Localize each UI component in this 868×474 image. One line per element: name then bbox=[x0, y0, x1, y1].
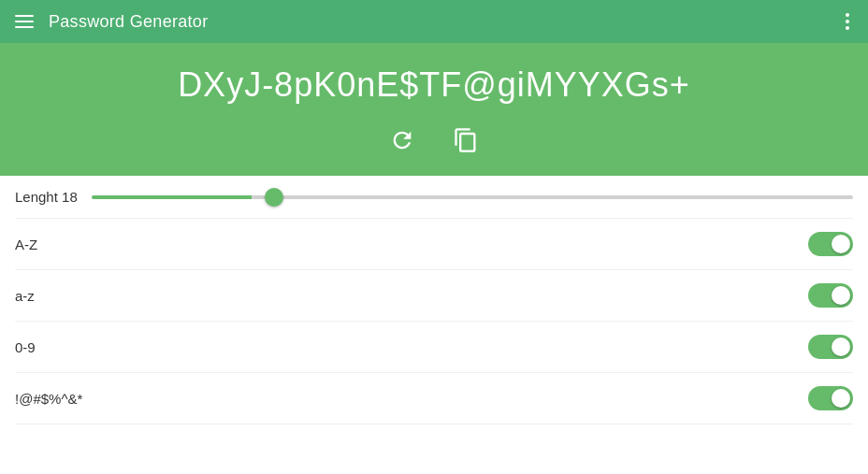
az-upper-row: A-Z bbox=[15, 219, 853, 270]
generated-password: DXyJ-8pK0nE$TF@giMYYXGs+ bbox=[178, 65, 690, 105]
copy-button[interactable] bbox=[449, 123, 483, 157]
length-slider[interactable] bbox=[92, 195, 853, 199]
digits-toggle[interactable] bbox=[808, 335, 853, 359]
slider-wrapper bbox=[92, 195, 853, 199]
az-upper-label: A-Z bbox=[15, 237, 37, 252]
symbols-row: !@#$%^&* bbox=[15, 373, 853, 424]
az-lower-toggle[interactable] bbox=[808, 283, 853, 308]
az-lower-row: a-z bbox=[15, 270, 853, 322]
app-bar: Password Generator bbox=[0, 0, 868, 43]
length-setting-row: Lenght 18 bbox=[15, 176, 853, 219]
digits-label: 0-9 bbox=[15, 339, 36, 355]
az-upper-toggle[interactable] bbox=[808, 232, 853, 256]
regenerate-button[interactable] bbox=[385, 123, 419, 157]
length-label: Lenght 18 bbox=[15, 189, 80, 205]
settings-area: Lenght 18 A-Z a-z 0-9 bbox=[0, 176, 868, 474]
digits-row: 0-9 bbox=[15, 322, 853, 373]
app-title: Password Generator bbox=[49, 12, 208, 32]
password-area: DXyJ-8pK0nE$TF@giMYYXGs+ bbox=[0, 43, 868, 176]
symbols-label: !@#$%^&* bbox=[15, 391, 82, 407]
copy-icon bbox=[453, 127, 479, 153]
password-actions bbox=[385, 123, 483, 157]
hamburger-icon[interactable] bbox=[15, 15, 34, 28]
symbols-toggle[interactable] bbox=[808, 386, 853, 410]
refresh-icon bbox=[389, 127, 415, 153]
az-lower-label: a-z bbox=[15, 288, 35, 304]
app-bar-left: Password Generator bbox=[15, 12, 208, 32]
more-options-icon[interactable] bbox=[842, 9, 853, 34]
